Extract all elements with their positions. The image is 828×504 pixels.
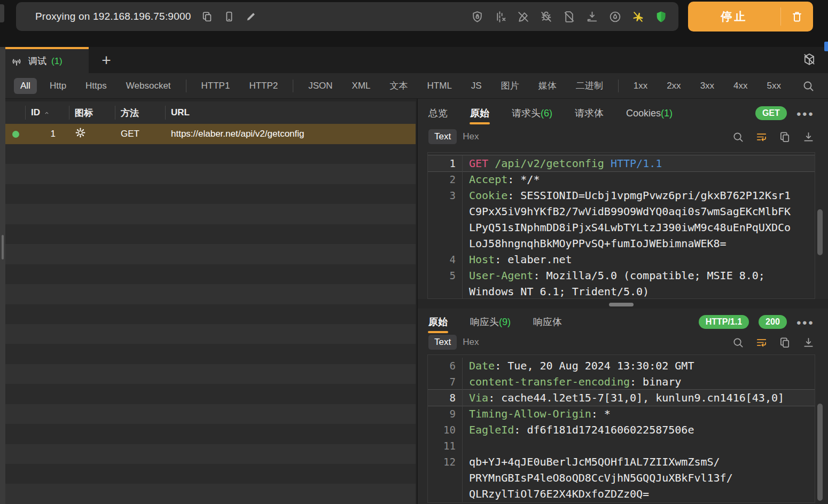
code-line: 9Timing-Allow-Origin: * xyxy=(428,406,815,422)
request-text-view-tab[interactable]: Text xyxy=(428,129,457,144)
response-search-icon[interactable] xyxy=(731,335,745,349)
table-row-empty xyxy=(5,444,416,464)
capture-disabled-icon[interactable] xyxy=(802,52,816,66)
sidebar-drag-handle[interactable] xyxy=(2,235,4,259)
clear-trash-icon[interactable] xyxy=(781,10,813,23)
filter-媒体[interactable]: 媒体 xyxy=(532,77,563,94)
header-icon[interactable]: 图标 xyxy=(69,106,115,120)
filter-separator xyxy=(618,80,619,92)
tab-debug-session[interactable]: 调试 (1) xyxy=(0,47,89,73)
table-row-empty xyxy=(5,464,416,484)
code-line: 7content-transfer-encoding: binary xyxy=(428,374,815,390)
tab-request-raw[interactable]: 原始 xyxy=(470,107,489,120)
no-script-icon[interactable] xyxy=(562,10,576,23)
filter-js[interactable]: JS xyxy=(465,78,488,94)
request-scrollbar-thumb[interactable] xyxy=(817,209,823,255)
download-capture-icon[interactable] xyxy=(585,10,599,23)
code-line: 6Date: Tue, 20 Aug 2024 13:30:02 GMT xyxy=(428,358,815,374)
tab-request-body[interactable]: 请求体 xyxy=(575,107,604,120)
header-id-label: ID xyxy=(31,107,40,118)
response-word-wrap-icon[interactable] xyxy=(754,335,768,349)
tab-response-body[interactable]: 响应体 xyxy=(533,316,562,328)
request-more-menu-icon[interactable]: ●●● xyxy=(796,109,814,118)
window-edge-notch xyxy=(0,4,4,22)
security-shield-icon[interactable] xyxy=(654,10,668,23)
table-row-empty xyxy=(5,244,416,264)
filter-http1[interactable]: HTTP1 xyxy=(195,78,237,94)
filter-html[interactable]: HTML xyxy=(421,78,458,94)
splitter-drag-handle[interactable] xyxy=(609,303,634,306)
filter-separator xyxy=(293,80,293,92)
tab-request-headers[interactable]: 请求头(6) xyxy=(512,107,552,120)
filter-文本[interactable]: 文本 xyxy=(384,77,415,94)
copy-icon[interactable] xyxy=(200,10,214,23)
app-window: Proxying on 192.168.196.75:9000 xyxy=(0,0,828,504)
table-row-empty xyxy=(5,304,416,324)
response-download-icon[interactable] xyxy=(801,335,815,349)
code-line: QLRzylTiOl76E2X4KDxfoZDZz0Q= xyxy=(428,486,815,502)
header-url[interactable]: URL xyxy=(166,106,416,120)
tab-cookies[interactable]: Cookies(1) xyxy=(626,108,673,119)
filter-separator xyxy=(186,80,186,92)
filter-二进制[interactable]: 二进制 xyxy=(569,77,610,94)
request-raw-view: 1GET /api/v2/getconfig HTTP/1.12Accept: … xyxy=(427,152,815,299)
filter-3xx[interactable]: 3xx xyxy=(694,78,721,94)
response-hex-view-tab[interactable]: Hex xyxy=(457,335,485,350)
response-more-menu-icon[interactable]: ●●● xyxy=(796,318,814,327)
panel-splitter xyxy=(418,299,828,309)
filter-all[interactable]: All xyxy=(14,78,37,94)
broadcast-icon xyxy=(10,54,24,68)
code-line: LoJ58hngnqhBkMOyPPvSQ+fumIoJWEbimnaWEK8= xyxy=(428,235,815,251)
filter-2xx[interactable]: 2xx xyxy=(660,78,687,94)
response-view-toolbar: Text Hex xyxy=(418,333,828,352)
filter-图片[interactable]: 图片 xyxy=(495,77,526,94)
code-line: 1GET /api/v2/getconfig HTTP/1.1 xyxy=(428,155,815,171)
table-row-empty xyxy=(5,164,416,184)
new-tab-button[interactable]: + xyxy=(95,50,118,71)
table-row-empty xyxy=(5,264,416,284)
filter-websocket[interactable]: Websocket xyxy=(120,78,177,94)
table-row-empty xyxy=(5,184,416,204)
request-download-icon[interactable] xyxy=(801,130,815,144)
request-hex-view-tab[interactable]: Hex xyxy=(457,129,485,144)
filter-http2[interactable]: HTTP2 xyxy=(243,78,284,94)
response-raw-view: 6Date: Tue, 20 Aug 2024 13:30:02 GMT7con… xyxy=(427,355,815,503)
response-scrollbar-thumb[interactable] xyxy=(817,404,823,501)
tab-response-headers[interactable]: 响应头(9) xyxy=(470,316,511,328)
phone-icon[interactable] xyxy=(222,10,236,23)
airplane-mode-off-icon[interactable] xyxy=(631,10,645,23)
edit-icon[interactable] xyxy=(244,10,258,23)
request-word-wrap-icon[interactable] xyxy=(754,130,768,144)
tab-overview[interactable]: 总览 xyxy=(428,107,448,120)
response-text-view-tab[interactable]: Text xyxy=(428,335,457,350)
response-copy-icon[interactable] xyxy=(778,335,792,349)
code-line: 4Host: elaber.net xyxy=(428,251,815,267)
no-compose-icon[interactable] xyxy=(516,10,530,23)
session-tab-bar: 调试 (1) + xyxy=(0,47,828,73)
stop-button[interactable]: 停止 xyxy=(688,2,813,32)
request-copy-icon[interactable] xyxy=(778,130,792,144)
header-method[interactable]: 方法 xyxy=(115,106,166,120)
search-icon[interactable] xyxy=(801,79,815,93)
filter-http[interactable]: Http xyxy=(43,78,73,94)
code-line: 11 xyxy=(428,438,815,454)
table-row[interactable]: 1 GET https://elaber.net/api/v2/getconfi… xyxy=(5,124,416,144)
filter-4xx[interactable]: 4xx xyxy=(727,78,754,94)
filter-https[interactable]: Https xyxy=(79,78,113,94)
request-search-icon[interactable] xyxy=(731,130,745,144)
no-bug-icon[interactable] xyxy=(539,10,553,23)
filter-1xx[interactable]: 1xx xyxy=(627,78,654,94)
request-list: ID 图标 方法 URL 1 GET http xyxy=(5,99,416,504)
tab-response-raw[interactable]: 原始 xyxy=(428,316,448,328)
filter-xml[interactable]: XML xyxy=(346,78,377,94)
response-tab-bar: 原始 响应头(9) 响应体 HTTP/1.1 200 ●●● xyxy=(418,310,828,334)
tab-debug-label: 调试 xyxy=(28,55,46,67)
ssl-shield-lock-icon[interactable] xyxy=(470,10,484,23)
table-row-empty xyxy=(5,484,416,503)
filter-json[interactable]: JSON xyxy=(302,78,339,94)
header-id[interactable]: ID xyxy=(26,106,69,120)
drip-mode-icon[interactable] xyxy=(608,10,622,23)
disconnect-breakpoint-icon[interactable] xyxy=(493,10,507,23)
code-line: LPyQ51sINphmDD8iPjxS4LwbTYLtzJ390iwM9c48… xyxy=(428,219,815,235)
filter-5xx[interactable]: 5xx xyxy=(761,78,787,94)
